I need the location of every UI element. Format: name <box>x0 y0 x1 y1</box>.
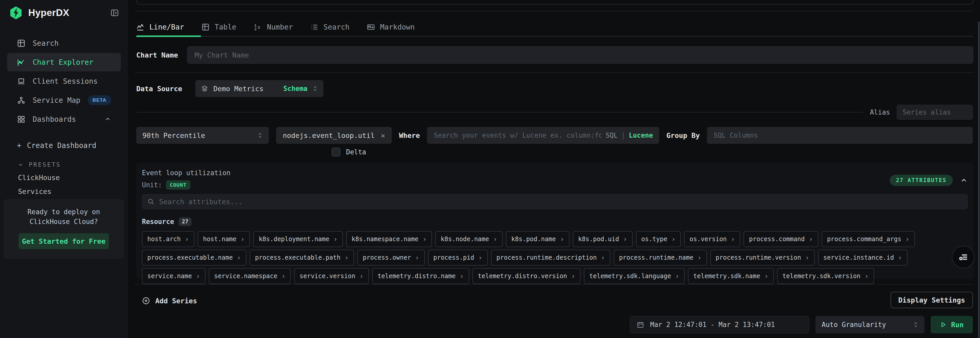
app-title: HyperDX <box>28 8 69 18</box>
unit-label: Unit: <box>142 181 162 189</box>
attribute-chip-label: telemetry.distro.version <box>478 273 567 280</box>
chevron-up-icon[interactable] <box>960 176 968 184</box>
chart-name-label: Chart Name <box>136 46 178 64</box>
sidebar-item-chart-explorer[interactable]: Chart Explorer <box>7 53 121 71</box>
attribute-chip[interactable]: telemetry.distro.version › <box>473 268 581 284</box>
sidebar-item-search[interactable]: Search <box>7 34 121 52</box>
attribute-chip[interactable]: service.namespace › <box>209 268 291 284</box>
attribute-chip[interactable]: k8s.deployment.name › <box>253 231 343 247</box>
attribute-chip-label: process.runtime.name <box>619 254 694 261</box>
date-range-picker[interactable]: Mar 2 12:47:01 - Mar 2 13:47:01 <box>630 316 809 333</box>
chart-name-input[interactable] <box>187 46 973 64</box>
attribute-chip[interactable]: telemetry.sdk.version › <box>777 268 874 284</box>
search-nav-icon <box>17 39 25 48</box>
sidebar-item-client-sessions[interactable]: Client Sessions <box>7 72 121 90</box>
attribute-chip[interactable]: k8s.namespace.name › <box>346 231 432 247</box>
delta-checkbox[interactable] <box>332 148 340 156</box>
aggregation-select[interactable]: 90th Percentile <box>136 127 269 144</box>
service-map-icon <box>17 96 25 105</box>
attribute-chip[interactable]: process.executable.name › <box>142 250 246 265</box>
attribute-chip[interactable]: telemetry.distro.name › <box>372 268 469 284</box>
remove-metric-icon[interactable]: ✕ <box>381 132 385 140</box>
chevron-right-icon: › <box>460 272 464 280</box>
tab-number[interactable]: 123 Number <box>254 23 293 31</box>
chevron-right-icon: › <box>282 272 286 280</box>
tab-table[interactable]: Table <box>202 23 236 31</box>
metric-chip[interactable]: nodejs.event_loop.util ✕ <box>276 127 392 144</box>
attribute-chip[interactable]: os.type › <box>636 231 681 247</box>
attribute-chip[interactable]: host.name › <box>198 231 250 247</box>
attribute-search-input[interactable] <box>159 197 962 206</box>
schema-link[interactable]: Schema <box>283 85 307 92</box>
sidebar-item-dashboards[interactable]: Dashboards <box>7 110 121 129</box>
attribute-chip[interactable]: process.executable.path › <box>250 250 354 265</box>
add-series-button[interactable]: Add Series <box>142 293 197 309</box>
granularity-select[interactable]: Auto Granularity <box>816 316 924 333</box>
chevron-right-icon: › <box>623 235 627 243</box>
sidebar-nav: Search Chart Explorer Client Sessions Se… <box>0 34 128 129</box>
unit-row: Unit: COUNT <box>142 180 230 190</box>
filter-list-icon <box>958 251 969 263</box>
attribute-chip[interactable]: process.runtime.description › <box>491 250 610 265</box>
attribute-chip[interactable]: k8s.pod.name › <box>506 231 570 247</box>
get-started-button[interactable]: Get Started for Free <box>19 233 109 249</box>
tab-search[interactable]: Search <box>310 23 349 31</box>
plus-icon: + <box>17 141 21 150</box>
preset-clickhouse[interactable]: ClickHouse <box>7 171 121 184</box>
attribute-chip[interactable]: telemetry.sdk.language › <box>584 268 685 284</box>
play-icon <box>940 321 947 328</box>
chevron-right-icon: › <box>196 272 200 280</box>
attribute-chip[interactable]: k8s.node.name › <box>435 231 503 247</box>
display-settings-button[interactable]: Display Settings <box>891 292 973 308</box>
vertical-scrollbar[interactable] <box>978 22 980 338</box>
chevron-right-icon: › <box>671 235 676 243</box>
attribute-chip-label: service.version <box>299 273 355 280</box>
attribute-chip[interactable]: process.command_args › <box>822 231 915 247</box>
sidebar-collapse-icon[interactable] <box>110 8 119 17</box>
sql-toggle[interactable]: SQL <box>605 132 617 139</box>
attribute-chip-label: host.arch <box>147 235 181 243</box>
attribute-chip[interactable]: process.runtime.name › <box>614 250 707 265</box>
tab-line-bar[interactable]: Line/Bar <box>136 23 184 31</box>
attribute-chip[interactable]: telemetry.sdk.name › <box>688 268 774 284</box>
alias-input[interactable] <box>897 105 973 120</box>
chart-assistant-button[interactable] <box>952 246 975 269</box>
attribute-chip-label: k8s.pod.uid <box>578 235 619 243</box>
presets-header[interactable]: PRESETS <box>7 159 121 171</box>
sidebar-item-service-map[interactable]: Service Map BETA <box>7 91 121 109</box>
tab-label: Line/Bar <box>150 23 184 31</box>
tab-label: Search <box>323 23 349 31</box>
select-chevrons-icon <box>913 321 918 328</box>
where-input[interactable] <box>433 131 602 140</box>
svg-text:3: 3 <box>258 25 260 29</box>
attribute-chip[interactable]: process.runtime.version › <box>710 250 815 265</box>
create-dashboard-button[interactable]: + Create Dashboard <box>7 139 121 152</box>
presets-label: PRESETS <box>29 161 61 168</box>
attribute-chip[interactable]: service.version › <box>294 268 369 284</box>
calendar-icon <box>637 321 644 328</box>
attribute-chip[interactable]: host.arch › <box>142 231 194 247</box>
preset-services[interactable]: Services <box>7 184 121 198</box>
attribute-chip[interactable]: k8s.pod.uid › <box>573 231 633 247</box>
attributes-count-badge: 27 ATTRIBUTES <box>890 175 953 186</box>
tab-markdown[interactable]: Markdown <box>367 23 415 31</box>
attribute-chip-label: service.instance.id <box>823 254 894 261</box>
attribute-chip-label: process.pid <box>433 254 474 261</box>
attribute-chip-label: os.version <box>689 235 727 243</box>
resource-count-badge: 27 <box>179 217 191 226</box>
granularity-value: Auto Granularity <box>822 321 886 328</box>
data-source-label: Data Source <box>136 80 182 97</box>
attribute-chip[interactable]: process.owner › <box>357 250 425 265</box>
sidebar: HyperDX Search Chart Explorer <box>0 0 128 338</box>
attribute-chip[interactable]: os.version › <box>684 231 740 247</box>
run-button[interactable]: Run <box>931 316 973 333</box>
attribute-chip[interactable]: process.command › <box>743 231 818 247</box>
attribute-chip[interactable]: process.pid › <box>428 250 488 265</box>
attribute-chip[interactable]: service.instance.id › <box>818 250 907 265</box>
lucene-toggle[interactable]: Lucene <box>629 132 653 139</box>
attribute-chip-label: process.command <box>749 235 805 243</box>
search-icon <box>147 198 154 205</box>
group-by-input[interactable] <box>713 131 967 140</box>
data-source-select[interactable]: Demo Metrics Schema <box>196 80 323 97</box>
attribute-chip[interactable]: service.name › <box>142 268 205 284</box>
